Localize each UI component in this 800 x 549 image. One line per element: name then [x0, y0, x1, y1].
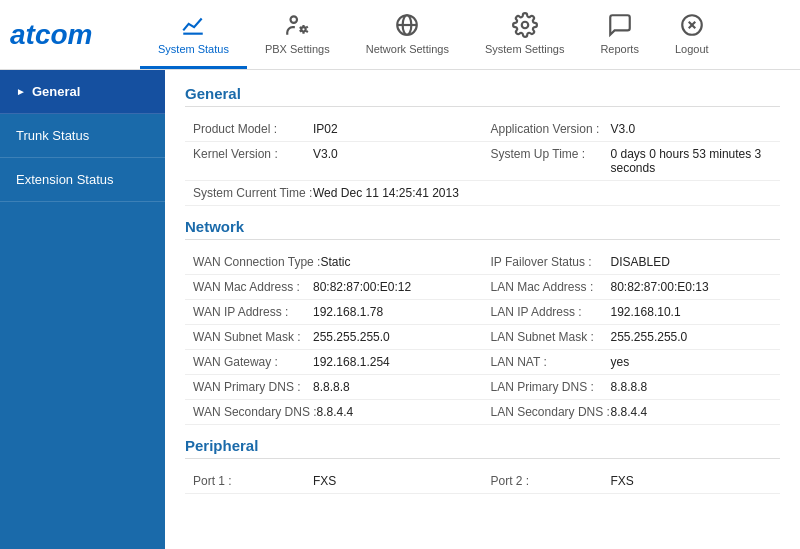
wan-primary-dns-value: 8.8.8.8 [313, 380, 350, 394]
lan-ip: LAN IP Address : 192.168.10.1 [483, 300, 781, 325]
wan-secondary-dns-value: 8.8.4.4 [317, 405, 354, 419]
sidebar: ► General Trunk Status Extension Status [0, 70, 165, 549]
lan-primary-dns-label: LAN Primary DNS : [491, 380, 611, 394]
chart-icon [179, 11, 207, 39]
sidebar-item-general[interactable]: ► General [0, 70, 165, 114]
port-2-value: FXS [611, 474, 634, 488]
current-time-value: Wed Dec 11 14:25:41 2013 [313, 186, 459, 200]
wan-mac-label: WAN Mac Address : [193, 280, 313, 294]
network-table: WAN Connection Type : Static IP Failover… [185, 250, 780, 425]
sidebar-item-trunk-status-label: Trunk Status [16, 128, 89, 143]
network-section-title: Network [185, 218, 780, 240]
network-row-7: WAN Secondary DNS : 8.8.4.4 LAN Secondar… [185, 400, 780, 425]
lan-mac-value: 80:82:87:00:E0:13 [611, 280, 709, 294]
lan-secondary-dns: LAN Secondary DNS : 8.8.4.4 [483, 400, 781, 425]
general-section-title: General [185, 85, 780, 107]
lan-secondary-dns-label: LAN Secondary DNS : [491, 405, 611, 419]
general-kernel-version: Kernel Version : V3.0 [185, 142, 483, 181]
wan-subnet-label: WAN Subnet Mask : [193, 330, 313, 344]
x-circle-icon [678, 11, 706, 39]
lan-mac-label: LAN Mac Address : [491, 280, 611, 294]
nav-network-settings-label: Network Settings [366, 43, 449, 55]
person-gear-icon [283, 11, 311, 39]
network-row-5: WAN Gateway : 192.168.1.254 LAN NAT : ye… [185, 350, 780, 375]
lan-ip-label: LAN IP Address : [491, 305, 611, 319]
wan-connection-type: WAN Connection Type : Static [185, 250, 483, 275]
nav-system-status-label: System Status [158, 43, 229, 55]
lan-nat-value: yes [611, 355, 630, 369]
wan-primary-dns: WAN Primary DNS : 8.8.8.8 [185, 375, 483, 400]
sidebar-item-trunk-status[interactable]: Trunk Status [0, 114, 165, 158]
wan-ip: WAN IP Address : 192.168.1.78 [185, 300, 483, 325]
svg-point-2 [302, 27, 306, 31]
nav-reports-label: Reports [600, 43, 639, 55]
network-row-2: WAN Mac Address : 80:82:87:00:E0:12 LAN … [185, 275, 780, 300]
wan-ip-value: 192.168.1.78 [313, 305, 383, 319]
nav-pbx-settings[interactable]: PBX Settings [247, 0, 348, 69]
nav-network-settings[interactable]: Network Settings [348, 0, 467, 69]
globe-icon [393, 11, 421, 39]
ip-failover-status: IP Failover Status : DISABLED [483, 250, 781, 275]
wan-ip-label: WAN IP Address : [193, 305, 313, 319]
content-area: General Product Model : IP02 Application… [165, 70, 800, 549]
port-1: Port 1 : FXS [185, 469, 483, 494]
lan-primary-dns-value: 8.8.8.8 [611, 380, 648, 394]
app-version-value: V3.0 [611, 122, 636, 136]
nav-pbx-settings-label: PBX Settings [265, 43, 330, 55]
wan-connection-type-label: WAN Connection Type : [193, 255, 320, 269]
general-current-time: System Current Time : Wed Dec 11 14:25:4… [185, 181, 780, 206]
lan-subnet-value: 255.255.255.0 [611, 330, 688, 344]
uptime-value: 0 days 0 hours 53 minutes 3 seconds [611, 147, 773, 175]
header: atcom System Status PBX Se [0, 0, 800, 70]
kernel-version-value: V3.0 [313, 147, 338, 161]
nav-system-status[interactable]: System Status [140, 0, 247, 69]
wan-secondary-dns: WAN Secondary DNS : 8.8.4.4 [185, 400, 483, 425]
nav-reports[interactable]: Reports [582, 0, 657, 69]
lan-subnet: LAN Subnet Mask : 255.255.255.0 [483, 325, 781, 350]
logo-area: atcom [10, 19, 140, 51]
general-product-model: Product Model : IP02 [185, 117, 483, 142]
logo-text: atcom [10, 19, 92, 51]
port-1-label: Port 1 : [193, 474, 313, 488]
general-table: Product Model : IP02 Application Version… [185, 117, 780, 206]
wan-gateway: WAN Gateway : 192.168.1.254 [185, 350, 483, 375]
general-row-3: System Current Time : Wed Dec 11 14:25:4… [185, 181, 780, 206]
lan-nat: LAN NAT : yes [483, 350, 781, 375]
wan-subnet: WAN Subnet Mask : 255.255.255.0 [185, 325, 483, 350]
port-2-label: Port 2 : [491, 474, 611, 488]
svg-point-6 [521, 22, 528, 29]
wan-gateway-label: WAN Gateway : [193, 355, 313, 369]
chevron-icon: ► [16, 86, 26, 97]
main-nav: System Status PBX Settings [140, 0, 790, 69]
uptime-label: System Up Time : [491, 147, 611, 161]
svg-point-1 [291, 16, 298, 22]
main-layout: ► General Trunk Status Extension Status … [0, 70, 800, 549]
peripheral-table: Port 1 : FXS Port 2 : FXS [185, 469, 780, 494]
lan-primary-dns: LAN Primary DNS : 8.8.8.8 [483, 375, 781, 400]
wan-subnet-value: 255.255.255.0 [313, 330, 390, 344]
wan-connection-type-value: Static [320, 255, 350, 269]
wan-mac: WAN Mac Address : 80:82:87:00:E0:12 [185, 275, 483, 300]
network-row-3: WAN IP Address : 192.168.1.78 LAN IP Add… [185, 300, 780, 325]
general-uptime: System Up Time : 0 days 0 hours 53 minut… [483, 142, 781, 181]
sidebar-item-extension-status[interactable]: Extension Status [0, 158, 165, 202]
port-2: Port 2 : FXS [483, 469, 781, 494]
peripheral-section-title: Peripheral [185, 437, 780, 459]
general-row-2: Kernel Version : V3.0 System Up Time : 0… [185, 142, 780, 181]
sidebar-item-general-label: General [32, 84, 80, 99]
nav-logout-label: Logout [675, 43, 709, 55]
general-row-1: Product Model : IP02 Application Version… [185, 117, 780, 142]
product-model-value: IP02 [313, 122, 338, 136]
sidebar-item-extension-status-label: Extension Status [16, 172, 114, 187]
chat-icon [606, 11, 634, 39]
nav-logout[interactable]: Logout [657, 0, 727, 69]
port-1-value: FXS [313, 474, 336, 488]
network-row-1: WAN Connection Type : Static IP Failover… [185, 250, 780, 275]
lan-nat-label: LAN NAT : [491, 355, 611, 369]
kernel-version-label: Kernel Version : [193, 147, 313, 161]
lan-ip-value: 192.168.10.1 [611, 305, 681, 319]
lan-subnet-label: LAN Subnet Mask : [491, 330, 611, 344]
ip-failover-value: DISABLED [611, 255, 670, 269]
network-row-6: WAN Primary DNS : 8.8.8.8 LAN Primary DN… [185, 375, 780, 400]
nav-system-settings[interactable]: System Settings [467, 0, 582, 69]
